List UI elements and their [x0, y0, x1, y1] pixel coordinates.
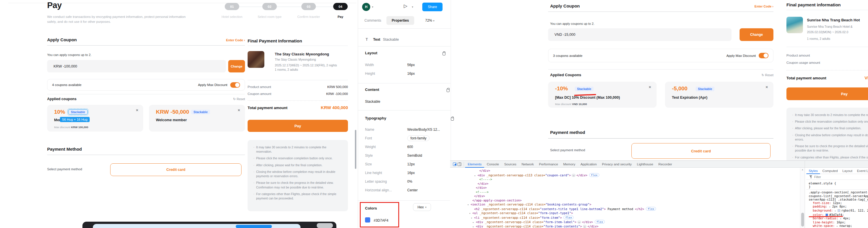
css-line[interactable]: color: #3d7af4;	[806, 213, 868, 217]
coupon-amount-input[interactable]: KRW -100,000	[47, 60, 226, 72]
css-line[interactable]: line-height: 16px;	[806, 221, 868, 224]
tree-expand-icon[interactable]: ▸	[474, 174, 477, 178]
play-chevron-icon[interactable]: ▾	[412, 5, 413, 8]
devtools-tree-line[interactable]: </div>	[450, 169, 800, 173]
sidebar-tab-layout[interactable]: Layout	[840, 168, 855, 174]
stepper-step-01[interactable]: 01	[225, 3, 239, 10]
device-toolbar-icon[interactable]	[459, 162, 461, 166]
flex-badge[interactable]: flex	[646, 207, 656, 211]
devtools-tree-line[interactable]: ▸<div _ngcontent-serverapp-c113 class="c…	[450, 173, 800, 178]
credit-card-button[interactable]: Credit card	[110, 163, 242, 176]
bottom-toolbar-gray-pill[interactable]	[317, 223, 333, 228]
enter-code-link[interactable]: Enter Code ›	[220, 38, 245, 42]
avatar-chevron-icon[interactable]: ▾	[372, 5, 373, 8]
devtools-tab-application[interactable]: Application	[578, 161, 599, 168]
change-button[interactable]: Change	[228, 60, 245, 72]
stepper-step-04[interactable]: 04	[333, 3, 348, 10]
devtools-tab-memory[interactable]: Memory	[561, 161, 578, 168]
reset-control[interactable]: ↻ Reset	[216, 97, 245, 101]
devtools-tab-lighthouse[interactable]: Lighthouse	[634, 161, 656, 168]
devtools-tree-line[interactable]: ▸<div _ngcontent-serverapp-c114 class="f…	[450, 225, 800, 228]
tree-expand-icon[interactable]: ▸	[473, 225, 476, 228]
devtools-tree-line[interactable]: ▾<ul _ngcontent-serverapp-c114 class="fo…	[450, 211, 800, 216]
reset-control[interactable]: ↻ Reset	[744, 73, 773, 77]
css-line[interactable]: serverApp-c113] .stackable-tag[_ngconten	[806, 198, 868, 201]
expand-icon[interactable]: ▸	[835, 209, 838, 213]
hidden-children-icon[interactable]: …	[577, 221, 581, 224]
pay-button[interactable]: Pay	[248, 120, 348, 132]
tree-expand-icon[interactable]: ▸	[473, 221, 476, 225]
stackable-badge[interactable]: Stackable	[695, 86, 714, 91]
remove-coupon-button[interactable]: ✕	[648, 85, 651, 89]
expand-icon[interactable]: ▸	[836, 225, 839, 228]
sidebar-tab-computed[interactable]: Computed	[820, 168, 840, 174]
css-line[interactable]: coupons-list[_ngcontent-serverApp-c113]	[806, 194, 868, 198]
devtools-tab-recorder[interactable]: Recorder	[656, 161, 675, 168]
devtools-tree-line[interactable]: </div>	[450, 182, 800, 186]
stepper-step-02[interactable]: 02	[262, 3, 277, 10]
copy-icon[interactable]	[442, 52, 445, 55]
css-line[interactable]: element.style {	[806, 182, 868, 185]
tree-expand-icon[interactable]: ▾	[469, 212, 472, 216]
elements-scrollbar[interactable]: ▲	[800, 168, 805, 228]
flex-badge[interactable]: flex	[595, 220, 605, 224]
stackable-badge[interactable]: Stackable	[575, 86, 593, 91]
css-line[interactable]: white-space: ▸nowrap;	[806, 224, 868, 228]
bottom-toolbar-blue-button[interactable]	[236, 225, 272, 228]
expand-icon[interactable]: ▸	[840, 217, 843, 221]
css-line[interactable]: padding: ▸2px 8px;	[806, 204, 868, 208]
css-line[interactable]: border-radius: ▸4px;	[806, 217, 868, 221]
devtools-tree-line[interactable]: <h2 _ngcontent-serverapp-c114 class="con…	[450, 207, 800, 212]
css-line[interactable]: }	[806, 185, 868, 188]
hidden-children-icon[interactable]: …	[571, 174, 575, 177]
devtools-tab-network[interactable]: Network	[519, 161, 536, 168]
avatar[interactable]: H	[362, 3, 370, 11]
devtools-tree-line[interactable]: ▾<section _ngcontent-serverapp-c114 clas…	[450, 202, 800, 207]
css-line[interactable]: .apply-coupon-section[_ngcontent-server	[806, 190, 868, 194]
expand-icon[interactable]: ▸	[829, 205, 832, 208]
remove-coupon-button[interactable]: ✕	[136, 108, 138, 112]
css-line[interactable]: background: ▸rgba(61, 122, 244, .1	[806, 208, 868, 213]
devtools-tree-line[interactable]: </div>	[450, 186, 800, 190]
remove-coupon-button[interactable]: ✕	[238, 108, 240, 112]
pay-button[interactable]: Pay	[786, 87, 868, 100]
sidebar-tab-event-listeners[interactable]: Event Listeners	[855, 168, 868, 174]
scrollbar-up-icon[interactable]: ▲	[802, 168, 804, 170]
hidden-children-icon[interactable]: …	[583, 225, 587, 228]
devtools-tree-line[interactable]: </app-apply-coupon-section>	[450, 198, 800, 203]
devtools-tree-line[interactable]: ▾<li _ngcontent-serverapp-c114 class="fo…	[450, 216, 800, 220]
tree-expand-icon[interactable]: ▾	[467, 203, 471, 207]
stackable-badge[interactable]: Stackable	[191, 110, 210, 114]
stackable-badge[interactable]: Stackable	[68, 110, 87, 114]
sidebar-tab-styles[interactable]: Styles	[806, 168, 820, 174]
color-format-dropdown[interactable]: Hex▾	[413, 203, 431, 211]
flex-badge[interactable]: flex	[563, 216, 574, 219]
devtools-tree-line[interactable]: <!---->	[450, 190, 800, 194]
copy-icon[interactable]	[451, 117, 454, 121]
devtools-tab-sources[interactable]: Sources	[501, 161, 519, 168]
devtools-splitter[interactable]	[805, 161, 805, 228]
devtools-tree-line[interactable]: ▸<div _ngcontent-serverapp-c114 class="f…	[450, 220, 800, 225]
tree-expand-icon[interactable]: ▾	[471, 216, 474, 220]
coupon-amount-input[interactable]: VND -15,000	[548, 28, 732, 41]
max-discount-toggle[interactable]	[230, 82, 240, 88]
stepper-step-03[interactable]: 03	[301, 3, 316, 10]
color-swatch-icon[interactable]	[838, 209, 840, 212]
scrollbar-thumb[interactable]	[801, 213, 804, 227]
devtools-tab-console[interactable]: Console	[484, 161, 501, 168]
canvas-scrollbar[interactable]	[355, 130, 356, 169]
tab-properties[interactable]: Properties	[386, 16, 414, 25]
max-discount-toggle[interactable]	[759, 53, 769, 58]
remove-coupon-button[interactable]: ✕	[765, 85, 768, 89]
credit-card-button[interactable]: Credit card	[631, 143, 771, 159]
tab-comments[interactable]: Comments	[365, 18, 381, 23]
devtools-tab-privacy-and-security[interactable]: Privacy and security	[599, 161, 634, 168]
play-icon[interactable]: ▷	[404, 3, 407, 9]
devtools-tree-line[interactable]: <!---->	[450, 178, 800, 182]
inspect-icon[interactable]	[453, 162, 457, 166]
copy-icon[interactable]	[446, 88, 450, 92]
devtools-tab-performance[interactable]: Performance	[536, 161, 561, 168]
css-line[interactable]: font-size: 12px;	[806, 201, 868, 204]
share-button[interactable]: Share	[422, 3, 442, 11]
filter-label[interactable]: Filter	[814, 175, 821, 179]
